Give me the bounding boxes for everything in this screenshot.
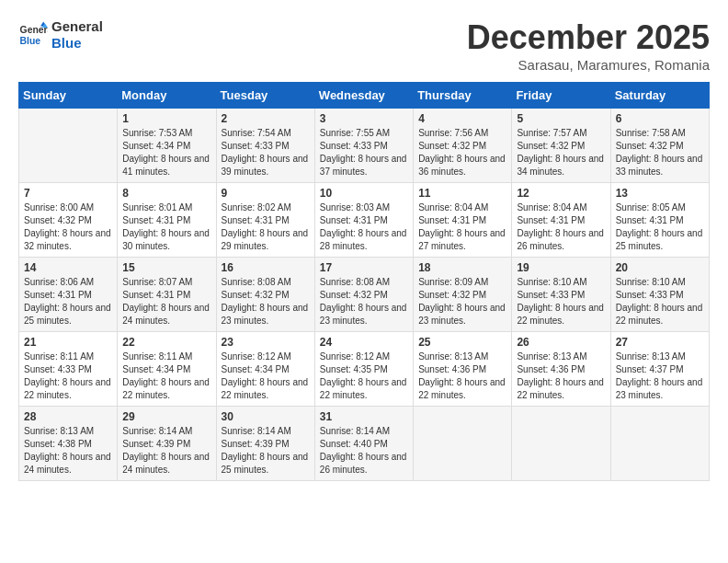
day-number: 5 [517,112,605,125]
day-info: Sunrise: 8:01 AMSunset: 4:31 PMDaylight:… [122,201,210,253]
day-number: 1 [122,112,210,125]
logo-text-general: General [51,18,103,35]
day-number: 20 [616,261,704,274]
calendar-cell: 13Sunrise: 8:05 AMSunset: 4:31 PMDayligh… [610,183,709,258]
day-number: 4 [418,112,506,125]
day-info: Sunrise: 8:08 AMSunset: 4:32 PMDaylight:… [222,276,310,327]
calendar-cell: 26Sunrise: 8:13 AMSunset: 4:36 PMDayligh… [512,332,610,407]
calendar-cell: 2Sunrise: 7:54 AMSunset: 4:33 PMDaylight… [216,109,314,183]
day-number: 19 [517,261,605,274]
day-info: Sunrise: 8:09 AMSunset: 4:32 PMDaylight:… [418,276,506,327]
weekday-header: Tuesday [216,83,314,109]
calendar-cell [414,407,512,481]
logo-icon: General Blue [18,20,48,50]
logo: General Blue General Blue [18,18,103,52]
day-info: Sunrise: 7:54 AMSunset: 4:33 PMDaylight:… [222,127,310,178]
day-info: Sunrise: 8:07 AMSunset: 4:31 PMDaylight:… [122,276,210,327]
calendar-cell: 14Sunrise: 8:06 AMSunset: 4:31 PMDayligh… [19,258,118,332]
calendar-table: SundayMondayTuesdayWednesdayThursdayFrid… [18,82,710,481]
day-info: Sunrise: 8:05 AMSunset: 4:31 PMDaylight:… [616,201,704,253]
calendar-cell: 19Sunrise: 8:10 AMSunset: 4:33 PMDayligh… [512,258,610,332]
calendar-cell: 3Sunrise: 7:55 AMSunset: 4:33 PMDaylight… [314,109,413,183]
day-number: 7 [24,187,112,200]
day-number: 26 [517,336,605,349]
calendar-week-row: 7Sunrise: 8:00 AMSunset: 4:32 PMDaylight… [19,183,710,258]
day-number: 22 [122,336,210,349]
day-number: 11 [418,187,506,200]
calendar-cell: 6Sunrise: 7:58 AMSunset: 4:32 PMDaylight… [610,109,709,183]
calendar-cell: 20Sunrise: 8:10 AMSunset: 4:33 PMDayligh… [610,258,709,332]
day-number: 18 [418,261,506,274]
day-info: Sunrise: 8:11 AMSunset: 4:34 PMDaylight:… [122,350,210,402]
day-info: Sunrise: 8:11 AMSunset: 4:33 PMDaylight:… [24,350,112,402]
weekday-row: SundayMondayTuesdayWednesdayThursdayFrid… [19,83,710,109]
day-info: Sunrise: 7:58 AMSunset: 4:32 PMDaylight:… [616,127,704,178]
day-info: Sunrise: 8:10 AMSunset: 4:33 PMDaylight:… [616,276,704,327]
day-info: Sunrise: 7:57 AMSunset: 4:32 PMDaylight:… [517,127,605,178]
day-info: Sunrise: 8:13 AMSunset: 4:36 PMDaylight:… [517,350,605,402]
day-info: Sunrise: 7:53 AMSunset: 4:34 PMDaylight:… [122,127,210,178]
day-info: Sunrise: 8:12 AMSunset: 4:35 PMDaylight:… [320,350,408,402]
day-number: 28 [24,410,112,423]
calendar-cell: 17Sunrise: 8:08 AMSunset: 4:32 PMDayligh… [314,258,413,332]
calendar-cell: 29Sunrise: 8:14 AMSunset: 4:39 PMDayligh… [118,407,216,481]
calendar-cell: 1Sunrise: 7:53 AMSunset: 4:34 PMDaylight… [118,109,216,183]
day-number: 21 [24,336,112,349]
day-info: Sunrise: 8:14 AMSunset: 4:40 PMDaylight:… [320,425,408,477]
day-number: 8 [122,187,210,200]
day-info: Sunrise: 7:56 AMSunset: 4:32 PMDaylight:… [418,127,506,178]
day-info: Sunrise: 7:55 AMSunset: 4:33 PMDaylight:… [320,127,408,178]
calendar-cell: 27Sunrise: 8:13 AMSunset: 4:37 PMDayligh… [610,332,709,407]
day-info: Sunrise: 8:03 AMSunset: 4:31 PMDaylight:… [320,201,408,253]
weekday-header: Thursday [414,83,512,109]
calendar-week-row: 28Sunrise: 8:13 AMSunset: 4:38 PMDayligh… [19,407,710,481]
logo-text-blue: Blue [51,35,103,52]
day-number: 9 [222,187,310,200]
calendar-cell: 4Sunrise: 7:56 AMSunset: 4:32 PMDaylight… [414,109,512,183]
calendar-header: SundayMondayTuesdayWednesdayThursdayFrid… [19,83,710,109]
day-number: 17 [320,261,408,274]
day-number: 29 [122,410,210,423]
calendar-week-row: 1Sunrise: 7:53 AMSunset: 4:34 PMDaylight… [19,109,710,183]
weekday-header: Monday [118,83,216,109]
day-number: 15 [122,261,210,274]
day-info: Sunrise: 8:00 AMSunset: 4:32 PMDaylight:… [24,201,112,253]
calendar-cell: 21Sunrise: 8:11 AMSunset: 4:33 PMDayligh… [19,332,118,407]
day-info: Sunrise: 8:04 AMSunset: 4:31 PMDaylight:… [517,201,605,253]
calendar-cell: 9Sunrise: 8:02 AMSunset: 4:31 PMDaylight… [216,183,314,258]
day-info: Sunrise: 8:06 AMSunset: 4:31 PMDaylight:… [24,276,112,327]
title-block: December 2025 Sarasau, Maramures, Romani… [467,18,710,73]
day-info: Sunrise: 8:13 AMSunset: 4:38 PMDaylight:… [24,425,112,477]
calendar-cell [19,109,118,183]
day-info: Sunrise: 8:12 AMSunset: 4:34 PMDaylight:… [222,350,310,402]
calendar-cell: 28Sunrise: 8:13 AMSunset: 4:38 PMDayligh… [19,407,118,481]
day-info: Sunrise: 8:10 AMSunset: 4:33 PMDaylight:… [517,276,605,327]
day-info: Sunrise: 8:04 AMSunset: 4:31 PMDaylight:… [418,201,506,253]
day-number: 30 [222,410,310,423]
calendar-cell [610,407,709,481]
day-number: 16 [222,261,310,274]
day-number: 2 [222,112,310,125]
calendar-cell: 31Sunrise: 8:14 AMSunset: 4:40 PMDayligh… [314,407,413,481]
weekday-header: Friday [512,83,610,109]
calendar-week-row: 21Sunrise: 8:11 AMSunset: 4:33 PMDayligh… [19,332,710,407]
calendar-cell: 7Sunrise: 8:00 AMSunset: 4:32 PMDaylight… [19,183,118,258]
calendar-cell: 15Sunrise: 8:07 AMSunset: 4:31 PMDayligh… [118,258,216,332]
calendar-cell: 8Sunrise: 8:01 AMSunset: 4:31 PMDaylight… [118,183,216,258]
calendar-cell: 22Sunrise: 8:11 AMSunset: 4:34 PMDayligh… [118,332,216,407]
day-info: Sunrise: 8:14 AMSunset: 4:39 PMDaylight:… [222,425,310,477]
page-header: General Blue General Blue December 2025 … [18,18,710,73]
weekday-header: Wednesday [314,83,413,109]
day-number: 12 [517,187,605,200]
calendar-cell: 12Sunrise: 8:04 AMSunset: 4:31 PMDayligh… [512,183,610,258]
subtitle: Sarasau, Maramures, Romania [467,57,710,73]
calendar-body: 1Sunrise: 7:53 AMSunset: 4:34 PMDaylight… [19,109,710,481]
calendar-cell: 24Sunrise: 8:12 AMSunset: 4:35 PMDayligh… [314,332,413,407]
day-number: 13 [616,187,704,200]
calendar-cell: 25Sunrise: 8:13 AMSunset: 4:36 PMDayligh… [414,332,512,407]
calendar-cell [512,407,610,481]
day-number: 14 [24,261,112,274]
calendar-cell: 11Sunrise: 8:04 AMSunset: 4:31 PMDayligh… [414,183,512,258]
day-info: Sunrise: 8:14 AMSunset: 4:39 PMDaylight:… [122,425,210,477]
day-number: 27 [616,336,704,349]
